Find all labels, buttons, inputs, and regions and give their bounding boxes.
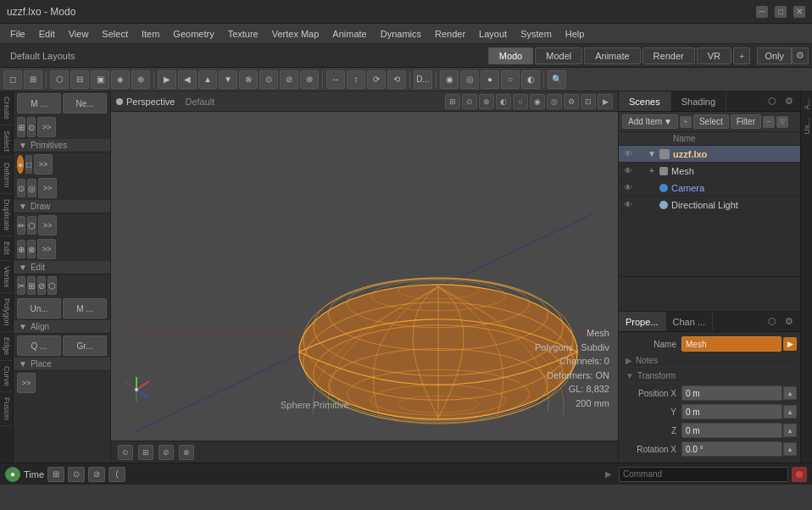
vp-fullscreen-btn[interactable]: ⊡ bbox=[581, 94, 596, 109]
menu-animate[interactable]: Animate bbox=[325, 27, 373, 41]
edit-btn4[interactable]: ⬡ bbox=[47, 276, 57, 295]
tree-row-camera[interactable]: 👁 Camera bbox=[619, 180, 800, 197]
cube-btn[interactable]: □ bbox=[25, 155, 32, 174]
tab-vr[interactable]: VR bbox=[697, 47, 731, 64]
menu-select[interactable]: Select bbox=[95, 27, 135, 41]
vb-icon3[interactable]: ⊘ bbox=[159, 445, 174, 460]
draw-btn4[interactable]: ⊗ bbox=[27, 240, 36, 258]
tab-render[interactable]: Render bbox=[642, 47, 695, 64]
tool-edges[interactable]: ⊟ bbox=[70, 70, 89, 89]
vp-grid-btn[interactable]: ⊞ bbox=[445, 94, 460, 109]
prim-expand2[interactable]: >> bbox=[38, 178, 57, 198]
menu-file[interactable]: File bbox=[3, 27, 32, 41]
status-btn4[interactable]: ( bbox=[108, 467, 125, 482]
place-expand[interactable]: >> bbox=[17, 373, 36, 393]
maximize-button[interactable]: □ bbox=[775, 6, 787, 18]
curve-tab[interactable]: Curve bbox=[0, 361, 13, 392]
tool-expand[interactable]: >> bbox=[37, 117, 56, 137]
vb-icon2[interactable]: ⊞ bbox=[138, 445, 153, 460]
tool-polygons[interactable]: ▣ bbox=[91, 70, 109, 89]
vp-overlay-btn[interactable]: ○ bbox=[513, 94, 528, 109]
deform-tab[interactable]: Deform bbox=[0, 158, 13, 194]
status-btn2[interactable]: ⊙ bbox=[68, 467, 85, 482]
edit-tab-vertical[interactable]: Edit bbox=[0, 236, 13, 261]
tool-d[interactable]: ▼ bbox=[219, 70, 237, 89]
transform-toggle[interactable]: ▼ Transform bbox=[626, 371, 793, 380]
notes-toggle[interactable]: ▶ Notes bbox=[626, 356, 793, 365]
vp-settings-btn[interactable]: ⚙ bbox=[564, 94, 579, 109]
tool-b[interactable]: ◀ bbox=[178, 70, 197, 89]
select-tab[interactable]: Select bbox=[0, 125, 13, 158]
menu-render[interactable]: Render bbox=[428, 27, 472, 41]
polygon-tab[interactable]: Polygon bbox=[0, 293, 13, 332]
command-input[interactable] bbox=[619, 467, 788, 482]
tool-h[interactable]: ⊛ bbox=[300, 70, 319, 89]
fusion-tab[interactable]: Fusion bbox=[0, 392, 13, 426]
menu-vertex-map[interactable]: Vertex Map bbox=[265, 27, 326, 41]
prim-expand[interactable]: >> bbox=[34, 154, 53, 175]
tool-items[interactable]: ⊕ bbox=[131, 70, 150, 89]
draw-expand[interactable]: >> bbox=[38, 215, 57, 236]
cylinder-btn[interactable]: ⊙ bbox=[17, 179, 25, 197]
scenes-gear-btn[interactable]: ⚙ bbox=[781, 94, 797, 109]
properties-tab[interactable]: Prope... bbox=[619, 312, 666, 331]
select-btn[interactable]: Select bbox=[693, 114, 729, 129]
tool-m[interactable]: D... bbox=[414, 70, 432, 89]
expand-icon-root[interactable]: ▼ bbox=[646, 148, 658, 160]
tool-g[interactable]: ⊘ bbox=[280, 70, 298, 89]
pos-y-value[interactable]: 0 m bbox=[681, 404, 782, 419]
menu-geometry[interactable]: Geometry bbox=[166, 27, 220, 41]
menu-help[interactable]: Help bbox=[559, 27, 592, 41]
tool-icon2[interactable]: ⊙ bbox=[27, 117, 36, 137]
shading-tab[interactable]: Shading bbox=[671, 91, 726, 111]
eye-icon-camera[interactable]: 👁 bbox=[622, 182, 634, 194]
tool-e[interactable]: ⊗ bbox=[239, 70, 258, 89]
only-button[interactable]: Only bbox=[757, 47, 792, 64]
align-gr-btn[interactable]: Gr... bbox=[63, 335, 107, 356]
scenes-filter-icon[interactable]: ▽ bbox=[776, 116, 788, 128]
eye-icon-mesh[interactable]: 👁 bbox=[622, 165, 634, 177]
vb-icon1[interactable]: ⊙ bbox=[118, 445, 133, 460]
menu-layout[interactable]: Layout bbox=[472, 27, 514, 41]
vtab-a[interactable]: A... bbox=[801, 95, 813, 114]
eye-icon-root[interactable]: 👁 bbox=[622, 148, 634, 160]
vp-camera-btn[interactable]: ◉ bbox=[530, 94, 545, 109]
tool-c[interactable]: ▲ bbox=[198, 70, 217, 89]
filter-btn[interactable]: Filter bbox=[731, 114, 761, 129]
edit-btn2[interactable]: ⊞ bbox=[27, 276, 36, 295]
draw-btn1[interactable]: ✏ bbox=[17, 216, 25, 235]
pos-y-spinbox[interactable]: ▲ bbox=[783, 405, 797, 419]
tool-select-btn[interactable]: ◻ bbox=[3, 70, 22, 89]
layout-settings-button[interactable]: ⚙ bbox=[792, 47, 809, 64]
tool-f[interactable]: ⊙ bbox=[259, 70, 278, 89]
vb-icon4[interactable]: ⊗ bbox=[179, 445, 194, 460]
vp-snap-btn[interactable]: ⊙ bbox=[462, 94, 477, 109]
scenes-minus-icon[interactable]: − bbox=[763, 116, 775, 128]
draw-btn2[interactable]: ⬡ bbox=[27, 216, 36, 235]
edit-btn1[interactable]: ✂ bbox=[17, 276, 25, 295]
duplicate-tab[interactable]: Duplicate bbox=[0, 194, 13, 237]
tree-row-mesh[interactable]: 👁 + Mesh bbox=[619, 163, 800, 180]
mode-ne-btn[interactable]: Ne... bbox=[63, 93, 107, 114]
tool-s[interactable]: 🔍 bbox=[548, 70, 566, 89]
name-prop-value[interactable]: Mesh bbox=[681, 336, 781, 352]
torus-btn[interactable]: ◎ bbox=[27, 179, 36, 197]
vertex-tab[interactable]: Vertex bbox=[0, 261, 13, 294]
tool-p[interactable]: ● bbox=[481, 70, 499, 89]
status-btn3[interactable]: ⊘ bbox=[88, 467, 105, 482]
props-gear-btn[interactable]: ⚙ bbox=[781, 314, 797, 330]
props-expand-btn[interactable]: ⬡ bbox=[765, 314, 780, 330]
draw-btn3[interactable]: ⊕ bbox=[17, 240, 25, 258]
align-q-btn[interactable]: Q ... bbox=[17, 335, 61, 356]
close-button[interactable]: ✕ bbox=[793, 6, 805, 18]
tool-a[interactable]: ▶ bbox=[158, 70, 176, 89]
vp-render-btn[interactable]: ◎ bbox=[547, 94, 562, 109]
expand-icon-mesh[interactable]: + bbox=[646, 165, 658, 177]
pos-z-spinbox[interactable]: ▲ bbox=[783, 424, 797, 437]
tree-row-light[interactable]: 👁 Directional Light bbox=[619, 197, 800, 213]
pos-x-value[interactable]: 0 m bbox=[681, 385, 782, 401]
tab-animate[interactable]: Animate bbox=[584, 47, 640, 64]
scenes-tab[interactable]: Scenes bbox=[619, 91, 671, 111]
add-tab-button[interactable]: + bbox=[733, 47, 750, 64]
draw-expand2[interactable]: >> bbox=[37, 239, 56, 259]
